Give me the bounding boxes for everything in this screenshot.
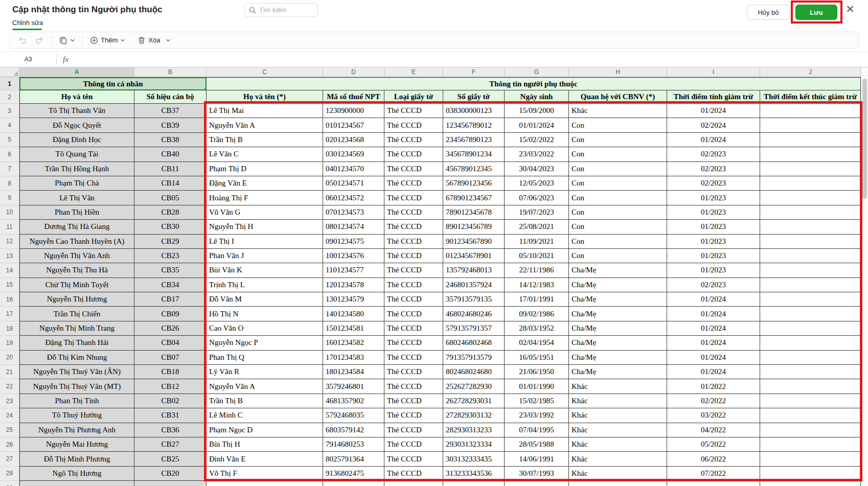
cell-F27[interactable]: 303132333435 bbox=[443, 452, 505, 466]
row-header-3[interactable]: 3 bbox=[0, 104, 19, 118]
cell-G11[interactable]: 25/08/2021 bbox=[505, 220, 569, 234]
cell-B28[interactable]: CB20 bbox=[134, 467, 207, 481]
cell-A9[interactable]: Lê Thị Vân bbox=[19, 191, 134, 205]
cell-A27[interactable]: Đỗ Thị Minh Phương bbox=[19, 452, 134, 466]
cell-J28[interactable] bbox=[760, 467, 861, 481]
cell-A28[interactable]: Ngô Thị Hương bbox=[19, 467, 134, 481]
cell-B13[interactable]: CB23 bbox=[134, 249, 207, 263]
cell-A15[interactable]: Chử Thị Minh Tuyết bbox=[19, 278, 134, 292]
row-header-10[interactable]: 10 bbox=[0, 205, 19, 220]
column-title-D[interactable]: Mã số thuế NPT bbox=[323, 90, 384, 104]
cell-J22[interactable] bbox=[760, 379, 861, 394]
cell-C26[interactable]: Bùi Thị H bbox=[207, 437, 323, 452]
cell-G8[interactable]: 12/05/2023 bbox=[505, 176, 569, 191]
cell-D14[interactable]: 1101234577 bbox=[323, 263, 384, 277]
cell-D22[interactable]: 3579246801 bbox=[323, 379, 384, 394]
cell-H25[interactable]: Khác bbox=[569, 423, 667, 437]
cell-J5[interactable] bbox=[760, 133, 861, 147]
cell-J9[interactable] bbox=[760, 191, 861, 205]
cell-G20[interactable]: 16/05/1951 bbox=[505, 351, 569, 365]
row-header-14[interactable]: 14 bbox=[0, 263, 19, 277]
cell-H3[interactable]: Khác bbox=[569, 104, 667, 118]
cell-D23[interactable]: 4681357902 bbox=[323, 394, 384, 408]
cell-G3[interactable]: 15/09/2000 bbox=[505, 104, 569, 118]
cell-D6[interactable]: 0301234569 bbox=[323, 147, 384, 161]
cell-A23[interactable]: Phan Thị Tính bbox=[19, 394, 134, 408]
row-header-12[interactable]: 12 bbox=[0, 235, 19, 249]
cell-B6[interactable]: CB40 bbox=[134, 147, 207, 161]
cell-E26[interactable]: Thẻ CCCD bbox=[384, 437, 443, 452]
cell-H23[interactable]: Khác bbox=[569, 394, 667, 408]
cell-E12[interactable]: Thẻ CCCD bbox=[384, 235, 443, 249]
cell-E14[interactable]: Thẻ CCCD bbox=[384, 263, 443, 277]
cell-G29[interactable] bbox=[505, 481, 569, 486]
cell-C24[interactable]: Lê Minh C bbox=[207, 408, 323, 423]
cell-E28[interactable]: Thẻ CCCD bbox=[384, 467, 443, 481]
cell-J23[interactable] bbox=[760, 394, 861, 408]
cell-E15[interactable]: Thẻ CCCD bbox=[384, 278, 443, 292]
cell-D5[interactable]: 0201234568 bbox=[323, 133, 384, 147]
cell-J26[interactable] bbox=[760, 437, 861, 452]
cell-B22[interactable]: CB12 bbox=[134, 379, 207, 394]
cell-I23[interactable]: 02/2022 bbox=[667, 394, 760, 408]
cell-A14[interactable]: Nguyễn Thị Thu Hà bbox=[19, 263, 134, 277]
cell-I7[interactable]: 02/2023 bbox=[667, 162, 760, 176]
cell-A25[interactable]: Nguyễn Thị Phương Anh bbox=[19, 423, 134, 437]
cell-G12[interactable]: 11/09/2021 bbox=[505, 235, 569, 249]
save-button[interactable]: Lưu bbox=[795, 5, 837, 20]
cell-J24[interactable] bbox=[760, 408, 861, 423]
cell-H15[interactable]: Cha/Mẹ bbox=[569, 278, 667, 292]
cell-H11[interactable]: Con bbox=[569, 220, 667, 234]
cell-I19[interactable]: 01/2024 bbox=[667, 336, 760, 350]
cell-I24[interactable]: 03/2022 bbox=[667, 408, 760, 423]
cell-E17[interactable]: Thẻ CCCD bbox=[384, 307, 443, 321]
row-header-22[interactable]: 22 bbox=[0, 379, 19, 394]
cell-C12[interactable]: Lê Thị I bbox=[207, 235, 323, 249]
cell-C22[interactable]: Nguyễn Văn A bbox=[207, 379, 323, 394]
cell-B19[interactable]: CB04 bbox=[134, 336, 207, 350]
cell-H22[interactable]: Khác bbox=[569, 379, 667, 394]
cell-A3[interactable]: Tô Thị Thanh Vân bbox=[19, 104, 134, 118]
cell-H26[interactable]: Khác bbox=[569, 437, 667, 452]
cell-A20[interactable]: Đỗ Thị Kim Nhung bbox=[19, 351, 134, 365]
cell-B8[interactable]: CB14 bbox=[134, 176, 207, 191]
cell-I17[interactable]: 01/2024 bbox=[667, 307, 760, 321]
cell-D28[interactable]: 9136802475 bbox=[323, 467, 384, 481]
cell-F5[interactable]: 234567890123 bbox=[443, 133, 505, 147]
cell-E11[interactable]: Thẻ CCCD bbox=[384, 220, 443, 234]
cell-E16[interactable]: Thẻ CCCD bbox=[384, 292, 443, 307]
cell-D16[interactable]: 1301234579 bbox=[323, 292, 384, 307]
cell-H7[interactable]: Con bbox=[569, 162, 667, 176]
cell-B24[interactable]: CB31 bbox=[134, 408, 207, 423]
cell-F6[interactable]: 345678901234 bbox=[443, 147, 505, 161]
cell-A29[interactable] bbox=[19, 481, 134, 486]
cell-C21[interactable]: Lý Văn R bbox=[207, 365, 323, 379]
cell-H4[interactable]: Con bbox=[569, 118, 667, 132]
cell-I18[interactable]: 01/2024 bbox=[667, 321, 760, 336]
row-header-9[interactable]: 9 bbox=[0, 191, 19, 205]
tab-edit[interactable]: Chỉnh sửa bbox=[12, 19, 43, 30]
cell-J12[interactable] bbox=[760, 235, 861, 249]
cell-G15[interactable]: 14/12/1983 bbox=[505, 278, 569, 292]
cell-D27[interactable]: 8025791364 bbox=[323, 452, 384, 466]
cell-D7[interactable]: 0401234570 bbox=[323, 162, 384, 176]
cell-E10[interactable]: Thẻ CCCD bbox=[384, 205, 443, 220]
cell-H27[interactable]: Khác bbox=[569, 452, 667, 466]
row-header-19[interactable]: 19 bbox=[0, 336, 19, 350]
cell-A17[interactable]: Trần Thị Chiến bbox=[19, 307, 134, 321]
cell-B10[interactable]: CB28 bbox=[134, 205, 207, 220]
cell-B11[interactable]: CB30 bbox=[134, 220, 207, 234]
column-title-C[interactable]: Họ và tên (*) bbox=[207, 90, 323, 104]
cell-B12[interactable]: CB29 bbox=[134, 235, 207, 249]
cell-J21[interactable] bbox=[760, 365, 861, 379]
cell-J6[interactable] bbox=[760, 147, 861, 161]
cell-F23[interactable]: 262728293031 bbox=[443, 394, 505, 408]
cell-A10[interactable]: Phan Thị Hiền bbox=[19, 205, 134, 220]
cell-B23[interactable]: CB02 bbox=[134, 394, 207, 408]
cell-J15[interactable] bbox=[760, 278, 861, 292]
column-title-E[interactable]: Loại giấy tờ bbox=[384, 90, 443, 104]
cell-E20[interactable]: Thẻ CCCD bbox=[384, 351, 443, 365]
cell-C15[interactable]: Trịnh Thị L bbox=[207, 278, 323, 292]
column-title-I[interactable]: Thời điểm tính giảm trừ bbox=[667, 90, 760, 104]
row-header-26[interactable]: 26 bbox=[0, 437, 19, 452]
